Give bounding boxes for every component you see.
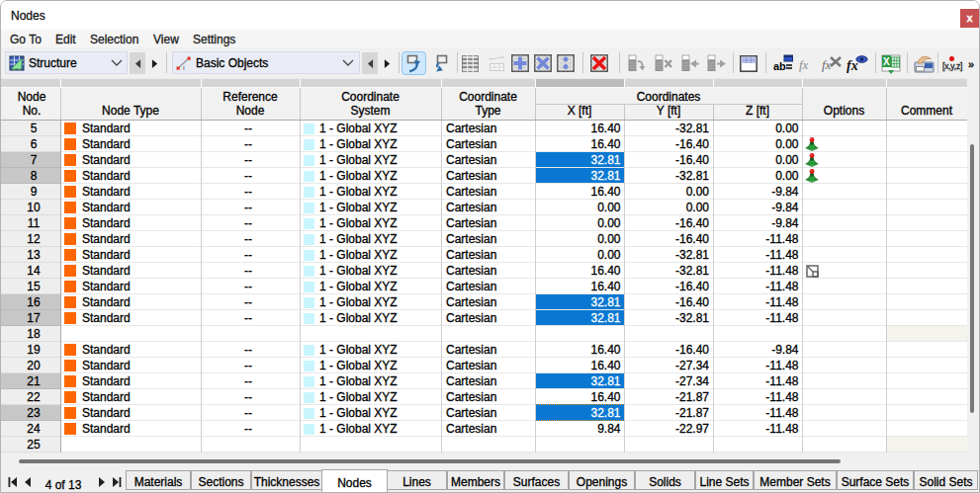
svg-text:ab: ab bbox=[773, 60, 786, 72]
svg-text:fx: fx bbox=[799, 57, 809, 72]
svg-text:I: I bbox=[183, 65, 185, 71]
svg-text:X: X bbox=[883, 56, 890, 67]
svg-text:fx: fx bbox=[822, 57, 832, 72]
